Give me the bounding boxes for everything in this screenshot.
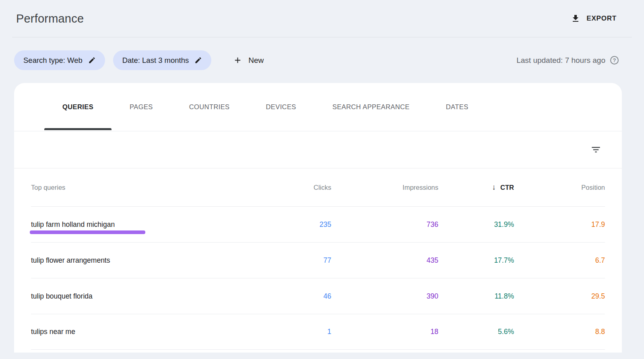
tab-bar: QUERIES PAGES COUNTRIES DEVICES SEARCH A… xyxy=(14,83,622,131)
tab-pages-label: PAGES xyxy=(130,103,153,111)
tab-queries[interactable]: QUERIES xyxy=(44,83,111,131)
ctr-value: 31.9% xyxy=(438,220,514,229)
download-icon xyxy=(571,14,580,23)
ctr-value: 5.6% xyxy=(438,328,514,336)
tab-dates-label: DATES xyxy=(446,103,469,111)
ctr-value: 11.8% xyxy=(438,292,514,301)
tab-queries-label: QUERIES xyxy=(62,103,93,111)
filter-bar: Search type: Web Date: Last 3 months New… xyxy=(12,37,632,83)
tab-search-appearance-label: SEARCH APPEARANCE xyxy=(332,103,410,111)
query-cell[interactable]: tulip bouquet florida xyxy=(31,292,267,301)
column-header-top-queries[interactable]: Top queries xyxy=(31,184,267,191)
filter-icon xyxy=(590,144,601,155)
annotation-highlight xyxy=(30,230,145,234)
plus-icon xyxy=(233,56,242,65)
search-type-chip-label: Search type: Web xyxy=(23,56,83,65)
column-header-ctr[interactable]: ↓ CTR xyxy=(438,183,514,192)
query-cell[interactable]: tulip flower arrangements xyxy=(31,256,267,265)
query-text: tulip bouquet florida xyxy=(31,292,93,300)
column-header-ctr-label: CTR xyxy=(500,184,514,191)
query-text: tulips near me xyxy=(31,328,75,336)
tab-search-appearance[interactable]: SEARCH APPEARANCE xyxy=(314,83,428,131)
position-value: 6.7 xyxy=(514,256,605,265)
clicks-value: 46 xyxy=(267,292,331,301)
queries-table: Top queries Clicks Impressions ↓ CTR Pos… xyxy=(14,168,622,350)
report-card: QUERIES PAGES COUNTRIES DEVICES SEARCH A… xyxy=(14,83,622,353)
export-label: EXPORT xyxy=(586,15,617,23)
edit-pencil-icon xyxy=(88,56,96,64)
tab-countries-label: COUNTRIES xyxy=(189,103,230,111)
table-header-row: Top queries Clicks Impressions ↓ CTR Pos… xyxy=(31,168,605,206)
page-header: Performance EXPORT Search type: Web Date… xyxy=(0,0,644,83)
last-updated-text: Last updated: 7 hours ago xyxy=(516,56,605,65)
query-cell[interactable]: tulip farm holland michigan xyxy=(31,220,267,229)
impressions-value: 18 xyxy=(331,328,438,336)
date-filter-chip[interactable]: Date: Last 3 months xyxy=(113,50,212,70)
impressions-value: 435 xyxy=(331,256,438,265)
tab-devices[interactable]: DEVICES xyxy=(248,83,314,131)
position-value: 17.9 xyxy=(514,220,605,229)
new-filter-button[interactable]: New xyxy=(233,56,264,65)
table-toolbar xyxy=(14,131,622,168)
position-value: 8.8 xyxy=(514,328,605,336)
last-updated: Last updated: 7 hours ago ? xyxy=(516,56,619,65)
tab-devices-label: DEVICES xyxy=(266,103,296,111)
clicks-value: 235 xyxy=(267,220,331,229)
column-header-clicks[interactable]: Clicks xyxy=(267,184,331,191)
edit-pencil-icon xyxy=(194,56,202,64)
date-filter-chip-label: Date: Last 3 months xyxy=(122,56,189,65)
ctr-value: 17.7% xyxy=(438,256,514,265)
sort-descending-icon: ↓ xyxy=(492,183,496,192)
query-text: tulip farm holland michigan xyxy=(31,220,115,228)
export-button[interactable]: EXPORT xyxy=(571,14,617,23)
tab-dates[interactable]: DATES xyxy=(428,83,487,131)
table-row[interactable]: tulip farm holland michigan 235 736 31.9… xyxy=(31,206,605,242)
new-filter-label: New xyxy=(248,56,264,65)
clicks-value: 77 xyxy=(267,256,331,265)
help-icon[interactable]: ? xyxy=(610,56,619,64)
position-value: 29.5 xyxy=(514,292,605,301)
filter-rows-button[interactable] xyxy=(586,141,605,159)
table-row[interactable]: tulip bouquet florida 46 390 11.8% 29.5 xyxy=(31,278,605,314)
tab-countries[interactable]: COUNTRIES xyxy=(171,83,248,131)
query-cell[interactable]: tulips near me xyxy=(31,328,267,336)
clicks-value: 1 xyxy=(267,328,331,336)
impressions-value: 390 xyxy=(331,292,438,301)
table-row[interactable]: tulip flower arrangements 77 435 17.7% 6… xyxy=(31,242,605,278)
column-header-impressions[interactable]: Impressions xyxy=(331,184,438,191)
query-text: tulip flower arrangements xyxy=(31,256,110,264)
tab-pages[interactable]: PAGES xyxy=(111,83,171,131)
table-row[interactable]: tulips near me 1 18 5.6% 8.8 xyxy=(31,314,605,350)
column-header-position[interactable]: Position xyxy=(514,184,605,191)
impressions-value: 736 xyxy=(331,220,438,229)
page-title: Performance xyxy=(16,12,84,25)
active-tab-indicator xyxy=(44,128,111,130)
search-type-chip[interactable]: Search type: Web xyxy=(14,50,105,70)
